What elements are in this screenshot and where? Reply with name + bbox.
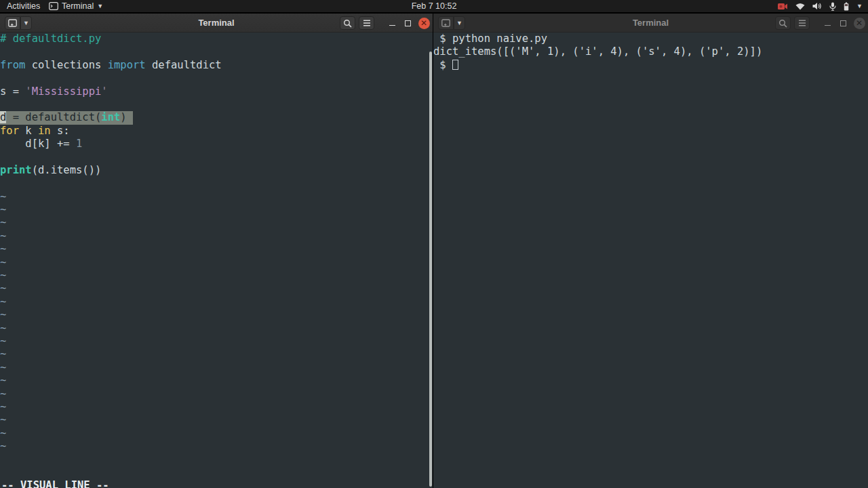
maximize-button[interactable] [836,16,850,30]
terminal-line: dict_items([('M', 1), ('i', 4), ('s', 4)… [433,45,868,58]
empty-line-tilde: ~ [0,348,433,361]
empty-line-tilde: ~ [0,296,433,308]
system-status-area[interactable]: ▼ [778,0,863,12]
minimize-icon [825,25,831,26]
maximize-button[interactable] [401,16,414,30]
terminal-window-left: ▼ Terminal ✕ # defaultdict.py from colle… [0,14,433,488]
recording-indicator-icon [778,3,788,10]
maximize-icon [405,20,411,26]
empty-line-tilde: ~ [0,216,433,229]
hamburger-menu-button[interactable] [794,16,810,30]
shell-terminal[interactable]: $ python naive.pydict_items([('M', 1), (… [433,33,868,488]
vim-cursor: d [0,111,6,123]
empty-line-tilde: ~ [0,308,433,321]
empty-line-tilde: ~ [0,256,433,269]
code-line: print(d.items()) [0,164,433,177]
scrollbar[interactable] [429,52,432,487]
code-line [0,72,433,85]
minimize-button[interactable] [821,16,834,30]
empty-line-tilde: ~ [0,190,433,203]
volume-icon [812,2,822,10]
search-button[interactable] [775,16,791,30]
close-button[interactable]: ✕ [852,16,866,30]
empty-line-tilde: ~ [0,322,433,335]
code-area: # defaultdict.py from collections import… [0,33,433,453]
code-line: d[k] += 1 [0,138,433,150]
empty-line-tilde: ~ [0,230,433,243]
empty-line-tilde: ~ [0,282,433,295]
clock[interactable]: Feb 7 10:52 [0,0,868,12]
code-line: s = 'Mississippi' [0,85,433,98]
empty-line-tilde: ~ [0,401,433,413]
code-line [0,151,433,164]
activities-button[interactable]: Activities [7,0,40,12]
code-line [0,98,433,111]
code-line [0,45,433,58]
top-bar: Activities Terminal ▼ Feb 7 10:52 [0,0,868,12]
maximize-icon [840,20,846,26]
terminal-window-right: ▼ Terminal ✕ $ python naive.pydict_items… [433,14,868,488]
microphone-icon [829,2,836,11]
minimize-button[interactable] [385,16,399,30]
terminal-output: $ python naive.pydict_items([('M', 1), (… [433,33,868,72]
code-line [0,177,433,190]
battery-icon [844,2,849,11]
system-menu-caret-icon: ▼ [856,3,863,9]
app-menu-label: Terminal [62,1,94,11]
terminal-cursor [452,60,458,70]
code-line: # defaultdict.py [0,33,433,45]
desktop: Activities Terminal ▼ Feb 7 10:52 [0,0,868,488]
terminal-line: $ [433,59,868,72]
wifi-icon [795,3,805,10]
right-headerbar[interactable]: ▼ Terminal ✕ [433,14,868,33]
chevron-down-icon: ▼ [97,3,103,9]
empty-line-tilde: ~ [0,269,433,282]
terminal-app-icon [49,2,58,10]
terminal-line: $ python naive.py [433,33,868,45]
close-icon: ✕ [854,18,865,29]
empty-line-tilde: ~ [0,440,433,453]
minimize-icon [389,25,395,26]
left-headerbar[interactable]: ▼ Terminal ✕ [0,14,433,33]
vim-editor[interactable]: # defaultdict.py from collections import… [0,33,433,488]
empty-line-tilde: ~ [0,361,433,374]
empty-line-tilde: ~ [0,243,433,256]
empty-line-tilde: ~ [0,413,433,426]
selected-code-line: d = defaultdict(int) [0,111,133,124]
vim-statusline: -- VISUAL LINE -- 1 7,1 All [0,466,433,479]
close-icon: ✕ [418,18,430,29]
empty-line-tilde: ~ [0,335,433,348]
vim-mode-indicator: -- VISUAL LINE -- [1,479,109,488]
code-line: for k in s: [0,125,433,138]
app-menu-button[interactable]: Terminal ▼ [49,0,103,12]
empty-line-tilde: ~ [0,388,433,401]
close-button[interactable]: ✕ [417,16,431,30]
empty-line-tilde: ~ [0,203,433,216]
code-line: from collections import defaultdict [0,59,433,72]
hamburger-menu-button[interactable] [359,16,374,30]
empty-line-tilde: ~ [0,427,433,440]
activities-label: Activities [7,1,40,11]
empty-line-tilde: ~ [0,374,433,387]
search-button[interactable] [340,16,355,30]
